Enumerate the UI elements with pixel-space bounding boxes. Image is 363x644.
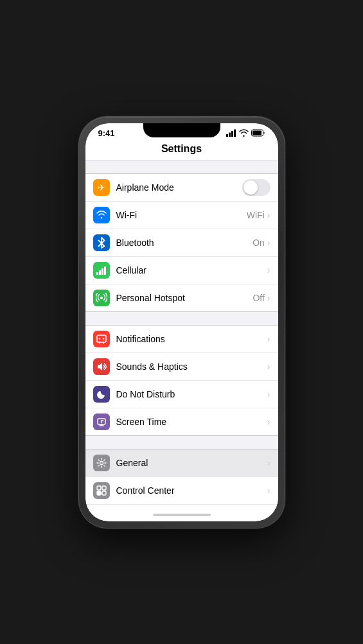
dnd-chevron: › bbox=[267, 389, 270, 399]
gear-icon bbox=[96, 458, 107, 468]
hotspot-icon bbox=[96, 293, 107, 303]
general-label: General bbox=[116, 458, 267, 468]
svg-point-13 bbox=[102, 338, 103, 339]
signal-icon bbox=[226, 129, 236, 137]
wifi-value: WiFi bbox=[247, 210, 265, 220]
bluetooth-label: Bluetooth bbox=[116, 238, 253, 248]
screen: 9:41 bbox=[85, 123, 278, 521]
svg-point-12 bbox=[98, 338, 100, 339]
general-icon-bg bbox=[93, 455, 110, 471]
settings-scroll[interactable]: ✈ Airplane Mode bbox=[85, 161, 278, 509]
hotspot-chevron: › bbox=[267, 293, 270, 303]
bluetooth-icon bbox=[98, 237, 105, 248]
svg-rect-11 bbox=[97, 335, 106, 342]
nav-bar: Settings bbox=[85, 141, 278, 161]
display-brightness-row[interactable]: AA Display & Brightness › bbox=[85, 505, 278, 509]
dnd-icon-bg bbox=[93, 386, 110, 403]
airplane-mode-toggle[interactable] bbox=[242, 179, 270, 196]
wifi-setting-icon bbox=[96, 211, 107, 219]
do-not-disturb-row[interactable]: Do Not Disturb › bbox=[85, 381, 278, 408]
svg-rect-7 bbox=[99, 270, 101, 275]
screen-time-label: Screen Time bbox=[116, 417, 267, 427]
wifi-chevron: › bbox=[267, 210, 270, 220]
svg-rect-16 bbox=[97, 486, 101, 490]
dnd-label: Do Not Disturb bbox=[116, 389, 267, 399]
home-bar bbox=[153, 514, 211, 516]
airplane-mode-row[interactable]: ✈ Airplane Mode bbox=[85, 174, 278, 202]
page-title: Settings bbox=[161, 143, 202, 154]
sounds-chevron: › bbox=[267, 361, 270, 372]
cellular-row[interactable]: Cellular › bbox=[85, 257, 278, 284]
wifi-icon bbox=[239, 129, 249, 137]
status-time: 9:41 bbox=[98, 128, 115, 138]
sounds-icon bbox=[96, 361, 107, 372]
home-indicator bbox=[85, 509, 278, 521]
svg-point-15 bbox=[100, 461, 103, 464]
svg-rect-17 bbox=[102, 486, 106, 490]
notifications-row[interactable]: Notifications › bbox=[85, 326, 278, 353]
control-center-label: Control Center bbox=[116, 485, 267, 496]
general-row[interactable]: General › bbox=[85, 449, 278, 477]
sounds-row[interactable]: Sounds & Haptics › bbox=[85, 353, 278, 381]
airplane-mode-label: Airplane Mode bbox=[116, 182, 242, 193]
hotspot-value: Off bbox=[252, 293, 264, 303]
general-chevron: › bbox=[267, 458, 270, 468]
battery-icon bbox=[251, 129, 265, 137]
sounds-icon-bg bbox=[93, 358, 110, 375]
svg-rect-9 bbox=[104, 266, 106, 275]
hotspot-row[interactable]: Personal Hotspot Off › bbox=[85, 284, 278, 311]
svg-point-10 bbox=[100, 297, 103, 299]
notifications-label: Notifications bbox=[116, 334, 267, 344]
cellular-chevron: › bbox=[267, 265, 270, 275]
svg-rect-18 bbox=[97, 491, 101, 495]
bluetooth-value: On bbox=[252, 238, 265, 248]
notifications-icon-bg bbox=[93, 331, 110, 347]
bluetooth-icon-bg bbox=[93, 234, 110, 251]
svg-rect-1 bbox=[229, 133, 231, 137]
bluetooth-chevron: › bbox=[267, 238, 270, 248]
connectivity-group: ✈ Airplane Mode bbox=[85, 173, 278, 312]
cellular-icon bbox=[96, 266, 107, 275]
bluetooth-row[interactable]: Bluetooth On › bbox=[85, 229, 278, 257]
svg-rect-0 bbox=[226, 134, 228, 137]
control-center-chevron: › bbox=[267, 485, 270, 496]
cellular-label: Cellular bbox=[116, 265, 267, 275]
hotspot-icon-bg bbox=[93, 290, 110, 306]
cellular-icon-bg bbox=[93, 262, 110, 279]
notifications-icon bbox=[96, 334, 107, 344]
svg-rect-2 bbox=[231, 131, 233, 137]
svg-rect-6 bbox=[96, 272, 98, 275]
control-center-icon-bg bbox=[93, 482, 110, 499]
hotspot-label: Personal Hotspot bbox=[116, 293, 253, 303]
screen-time-chevron: › bbox=[267, 417, 270, 427]
wifi-label: Wi-Fi bbox=[116, 210, 247, 220]
moon-icon bbox=[97, 390, 106, 399]
wifi-icon-bg bbox=[93, 207, 110, 223]
status-icons bbox=[226, 129, 265, 137]
section-gap-1 bbox=[85, 161, 278, 173]
screen-time-row[interactable]: Screen Time › bbox=[85, 408, 278, 435]
system-group: General › Control bbox=[85, 449, 278, 509]
status-bar: 9:41 bbox=[85, 123, 278, 141]
toggle-thumb bbox=[243, 180, 258, 195]
screen-time-icon-bg bbox=[93, 413, 110, 430]
svg-rect-19 bbox=[102, 491, 106, 495]
section-gap-2 bbox=[85, 312, 278, 325]
screen-time-icon bbox=[96, 417, 107, 427]
phone-frame: 9:41 bbox=[79, 117, 285, 528]
wifi-row[interactable]: Wi-Fi WiFi › bbox=[85, 202, 278, 229]
control-center-row[interactable]: Control Center › bbox=[85, 477, 278, 505]
section-gap-3 bbox=[85, 436, 278, 449]
svg-rect-8 bbox=[102, 268, 103, 275]
phone-inner: 9:41 bbox=[85, 123, 278, 521]
notifications-chevron: › bbox=[267, 334, 270, 344]
svg-rect-3 bbox=[234, 130, 236, 137]
airplane-mode-icon-bg: ✈ bbox=[93, 179, 110, 196]
airplane-mode-icon: ✈ bbox=[98, 183, 105, 192]
notifications-group: Notifications › Sounds & Haptics bbox=[85, 325, 278, 436]
svg-rect-5 bbox=[252, 131, 261, 135]
control-center-icon bbox=[96, 485, 107, 496]
sounds-label: Sounds & Haptics bbox=[116, 361, 267, 372]
notch bbox=[143, 123, 220, 137]
